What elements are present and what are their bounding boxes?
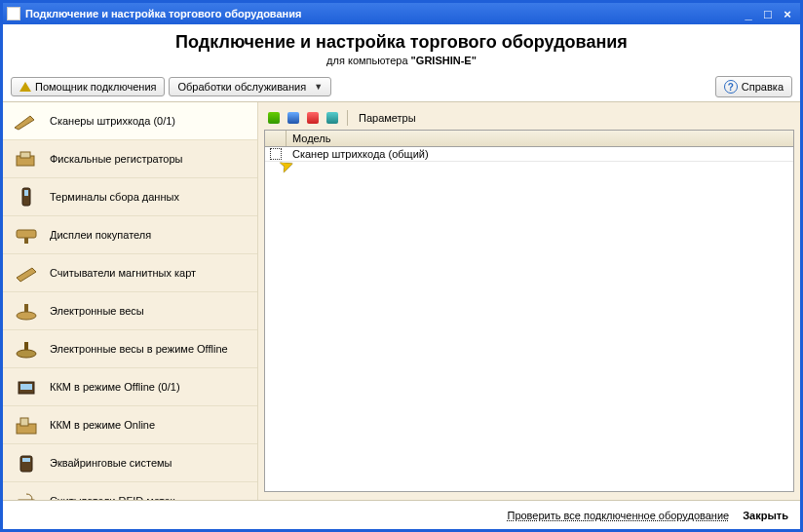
sidebar-item-scales-offline[interactable]: Электронные весы в режиме Offline: [3, 330, 257, 368]
check-all-equipment-link[interactable]: Проверить все подключенное оборудование: [507, 510, 729, 521]
grid-header: Модель: [265, 131, 793, 147]
column-model[interactable]: Модель: [287, 131, 793, 146]
barcode-scanner-icon: [13, 110, 40, 132]
close-window-button[interactable]: ×: [779, 6, 796, 21]
page-title: Подключение и настройка торгового оборуд…: [3, 32, 800, 53]
scales-offline-icon: [13, 338, 40, 360]
computer-name: "GRISHIN-E": [411, 55, 477, 66]
svg-point-8: [17, 350, 36, 358]
sidebar-item-label: Терминалы сбора данных: [50, 191, 179, 203]
sidebar-item-label: Эквайринговые системы: [50, 457, 172, 469]
delete-icon: [307, 112, 319, 124]
add-icon: [268, 112, 280, 124]
sidebar-item-acquiring[interactable]: Эквайринговые системы: [3, 444, 257, 482]
scales-icon: [13, 300, 40, 322]
edit-icon: [287, 112, 299, 124]
toolbar-separator: [347, 110, 348, 126]
connection-assistant-label: Помощник подключения: [35, 81, 156, 93]
add-row-button[interactable]: [266, 110, 282, 126]
sidebar-item-customer-displays[interactable]: Дисплеи покупателя: [3, 216, 257, 254]
column-check[interactable]: [265, 131, 287, 146]
svg-rect-11: [20, 384, 32, 390]
subtitle-prefix: для компьютера: [326, 55, 411, 66]
help-button[interactable]: ? Справка: [715, 76, 792, 97]
help-icon: ?: [724, 80, 738, 94]
sidebar: Сканеры штрихкода (0/1) Фискальные регис…: [3, 102, 258, 500]
main-panel: Параметры Модель Сканер штрихкода (общий…: [258, 102, 800, 500]
fiscal-register-icon: [13, 148, 40, 170]
header: Подключение и настройка торгового оборуд…: [3, 24, 800, 72]
maximize-button[interactable]: □: [759, 6, 777, 21]
svg-rect-9: [24, 342, 28, 350]
edit-row-button[interactable]: [286, 110, 301, 126]
rfid-reader-icon: [13, 490, 40, 500]
row-model-cell[interactable]: Сканер штрихкода (общий): [287, 147, 793, 161]
help-label: Справка: [742, 81, 784, 93]
connection-assistant-button[interactable]: Помощник подключения: [11, 77, 165, 96]
grid-toolbar: Параметры: [264, 106, 794, 130]
chevron-down-icon: ▼: [314, 82, 323, 92]
equipment-grid: Модель Сканер штрихкода (общий) ➤: [264, 130, 794, 492]
window-frame: Подключение и настройка торгового оборуд…: [0, 0, 803, 532]
sidebar-item-rfid-readers[interactable]: Считыватели RFID меток: [3, 482, 257, 500]
content-area: Сканеры штрихкода (0/1) Фискальные регис…: [3, 101, 800, 500]
grid-row[interactable]: Сканер штрихкода (общий) ➤: [265, 147, 793, 162]
svg-rect-5: [24, 238, 28, 244]
page-subtitle: для компьютера "GRISHIN-E": [3, 55, 800, 66]
titlebar[interactable]: Подключение и настройка торгового оборуд…: [3, 3, 800, 24]
window-title: Подключение и настройка торгового оборуд…: [25, 8, 738, 19]
refresh-button[interactable]: [325, 110, 340, 126]
sidebar-item-data-terminals[interactable]: Терминалы сбора данных: [3, 178, 257, 216]
sidebar-item-label: Электронные весы: [50, 305, 144, 317]
svg-rect-15: [22, 458, 30, 462]
data-terminal-icon: [13, 186, 40, 208]
customer-display-icon: [13, 224, 40, 246]
document-icon: [7, 7, 20, 20]
minimize-button[interactable]: _: [740, 6, 757, 21]
main-toolbar: Помощник подключения Обработки обслужива…: [3, 72, 800, 101]
footer: Проверить все подключенное оборудование …: [3, 500, 800, 529]
row-checkbox-cell[interactable]: [265, 147, 287, 161]
refresh-icon: [326, 112, 338, 124]
sidebar-item-label: Сканеры штрихкода (0/1): [50, 115, 175, 127]
kkm-online-icon: [13, 414, 40, 436]
acquiring-icon: [13, 452, 40, 474]
kkm-offline-icon: [13, 376, 40, 398]
delete-row-button[interactable]: [305, 110, 321, 126]
magstripe-reader-icon: [13, 262, 40, 284]
sidebar-item-label: ККМ в режиме Online: [50, 419, 155, 431]
svg-rect-1: [20, 152, 30, 158]
sidebar-item-label: Фискальные регистраторы: [50, 153, 182, 165]
close-button[interactable]: Закрыть: [743, 510, 788, 521]
service-processing-label: Обработки обслуживания: [177, 81, 306, 93]
sidebar-item-magstripe-readers[interactable]: Считыватели магнитных карт: [3, 254, 257, 292]
sidebar-item-label: Дисплеи покупателя: [50, 229, 151, 241]
sidebar-item-kkm-offline[interactable]: ККМ в режиме Offline (0/1): [3, 368, 257, 406]
grid-body: Сканер штрихкода (общий) ➤: [265, 147, 793, 491]
sidebar-item-label: ККМ в режиме Offline (0/1): [50, 381, 180, 393]
svg-rect-4: [17, 230, 36, 238]
parameters-label[interactable]: Параметры: [355, 112, 420, 124]
svg-rect-13: [20, 418, 28, 426]
svg-rect-7: [24, 304, 28, 312]
svg-point-6: [17, 312, 36, 320]
sidebar-item-scales[interactable]: Электронные весы: [3, 292, 257, 330]
sidebar-item-kkm-online[interactable]: ККМ в режиме Online: [3, 406, 257, 444]
sidebar-item-label: Считыватели магнитных карт: [50, 267, 196, 279]
svg-rect-3: [24, 190, 28, 196]
wand-icon: [19, 82, 31, 92]
sidebar-item-label: Электронные весы в режиме Offline: [50, 343, 228, 355]
sidebar-item-barcode-scanners[interactable]: Сканеры штрихкода (0/1): [3, 102, 257, 140]
sidebar-item-fiscal-registers[interactable]: Фискальные регистраторы: [3, 140, 257, 178]
row-checkbox[interactable]: [270, 148, 282, 160]
service-processing-dropdown[interactable]: Обработки обслуживания ▼: [169, 77, 331, 96]
